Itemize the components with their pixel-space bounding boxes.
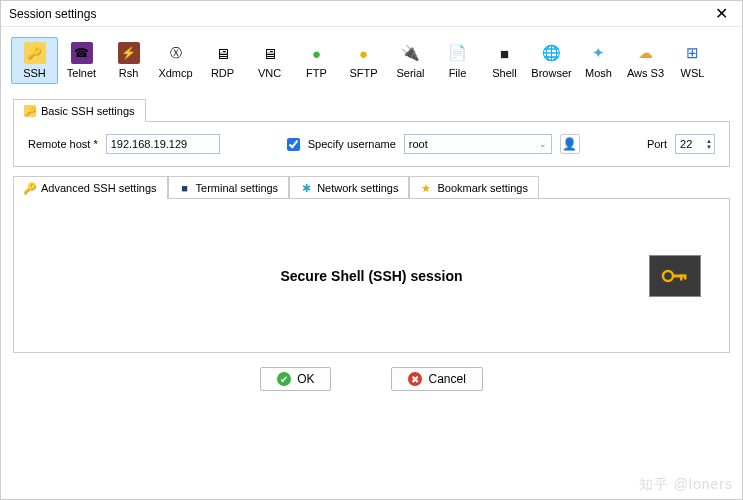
- protocol-aws-s3[interactable]: ☁Aws S3: [622, 37, 669, 84]
- ftp-icon: ●: [306, 42, 328, 64]
- detail-settings-group: 🔑Advanced SSH settings■Terminal settings…: [13, 175, 730, 353]
- svg-rect-2: [680, 274, 683, 280]
- titlebar: Session settings ✕: [1, 1, 742, 27]
- sftp-icon: ●: [353, 42, 375, 64]
- protocol-label: File: [449, 67, 467, 79]
- svg-rect-1: [672, 274, 686, 277]
- close-button[interactable]: ✕: [709, 4, 734, 24]
- username-value: root: [409, 138, 428, 150]
- port-spinner[interactable]: ▲▼: [706, 138, 714, 150]
- detail-tabstrip: 🔑Advanced SSH settings■Terminal settings…: [13, 175, 730, 198]
- serial-icon: 🔌: [400, 42, 422, 64]
- detail-content-pane: Secure Shell (SSH) session: [13, 198, 730, 353]
- subtab-label: Advanced SSH settings: [41, 182, 157, 194]
- key-icon: 🔑: [24, 105, 36, 117]
- protocol-label: Shell: [492, 67, 516, 79]
- remote-host-input[interactable]: [106, 134, 220, 154]
- rdp-icon: 🖥: [212, 42, 234, 64]
- xdmcp-icon: Ⓧ: [165, 42, 187, 64]
- ok-button[interactable]: ✔ OK: [260, 367, 331, 391]
- protocol-vnc[interactable]: 🖥VNC: [246, 37, 293, 84]
- file-icon: 📄: [447, 42, 469, 64]
- subtab-bookmark-settings[interactable]: ★Bookmark settings: [409, 176, 538, 199]
- protocol-ssh[interactable]: 🔑SSH: [11, 37, 58, 84]
- ssh-key-tile: [649, 255, 701, 297]
- protocol-xdmcp[interactable]: ⓍXdmcp: [152, 37, 199, 84]
- key-icon: 🔑: [24, 42, 46, 64]
- protocol-label: Rsh: [119, 67, 139, 79]
- chevron-down-icon: ⌄: [539, 139, 547, 149]
- specify-username-label: Specify username: [308, 138, 396, 150]
- telnet-icon: ☎: [71, 42, 93, 64]
- protocol-file[interactable]: 📄File: [434, 37, 481, 84]
- specify-username-checkbox[interactable]: [287, 138, 300, 151]
- mosh-icon: ✦: [588, 42, 610, 64]
- protocol-label: Aws S3: [627, 67, 664, 79]
- protocol-shell[interactable]: ■Shell: [481, 37, 528, 84]
- protocol-label: VNC: [258, 67, 281, 79]
- basic-tabstrip: 🔑 Basic SSH settings: [13, 98, 730, 121]
- vnc-icon: 🖥: [259, 42, 281, 64]
- window-title: Session settings: [9, 7, 96, 21]
- protocol-label: WSL: [681, 67, 705, 79]
- cancel-button[interactable]: ✖ Cancel: [391, 367, 482, 391]
- protocol-telnet[interactable]: ☎Telnet: [58, 37, 105, 84]
- svg-rect-3: [684, 274, 687, 279]
- subtab-label: Bookmark settings: [437, 182, 527, 194]
- aws-icon: ☁: [635, 42, 657, 64]
- x-icon: ✖: [408, 372, 422, 386]
- cancel-label: Cancel: [428, 372, 465, 386]
- subtab-terminal-settings[interactable]: ■Terminal settings: [168, 176, 290, 199]
- protocol-browser[interactable]: 🌐Browser: [528, 37, 575, 84]
- wsl-icon: ⊞: [682, 42, 704, 64]
- protocol-wsl[interactable]: ⊞WSL: [669, 37, 716, 84]
- basic-form-row: Remote host * Specify username root ⌄ 👤 …: [28, 134, 715, 154]
- star-icon: ★: [420, 182, 432, 194]
- svg-point-0: [663, 271, 673, 281]
- network-icon: ✱: [300, 182, 312, 194]
- subtab-advanced-ssh-settings[interactable]: 🔑Advanced SSH settings: [13, 176, 168, 199]
- protocol-mosh[interactable]: ✦Mosh: [575, 37, 622, 84]
- user-icon: 👤: [562, 137, 577, 151]
- protocol-toolbar: 🔑SSH☎Telnet⚡RshⓍXdmcp🖥RDP🖥VNC●FTP●SFTP🔌S…: [1, 27, 742, 90]
- browser-icon: 🌐: [541, 42, 563, 64]
- shell-icon: ■: [494, 42, 516, 64]
- subtab-network-settings[interactable]: ✱Network settings: [289, 176, 409, 199]
- key-icon: [660, 264, 690, 288]
- tab-label: Basic SSH settings: [41, 105, 135, 117]
- basic-settings-group: 🔑 Basic SSH settings Remote host * Speci…: [13, 98, 730, 167]
- protocol-label: Xdmcp: [158, 67, 192, 79]
- protocol-label: SFTP: [349, 67, 377, 79]
- protocol-label: Browser: [531, 67, 571, 79]
- username-combobox[interactable]: root ⌄: [404, 134, 552, 154]
- protocol-label: Serial: [396, 67, 424, 79]
- rsh-icon: ⚡: [118, 42, 140, 64]
- protocol-serial[interactable]: 🔌Serial: [387, 37, 434, 84]
- protocol-label: Telnet: [67, 67, 96, 79]
- basic-settings-pane: Remote host * Specify username root ⌄ 👤 …: [13, 121, 730, 167]
- terminal-icon: ■: [179, 182, 191, 194]
- port-spinbox[interactable]: ▲▼: [675, 134, 715, 154]
- subtab-label: Terminal settings: [196, 182, 279, 194]
- protocol-label: RDP: [211, 67, 234, 79]
- dialog-button-row: ✔ OK ✖ Cancel: [1, 367, 742, 401]
- session-settings-window: Session settings ✕ 🔑SSH☎Telnet⚡RshⓍXdmcp…: [0, 0, 743, 500]
- subtab-label: Network settings: [317, 182, 398, 194]
- port-input[interactable]: [676, 137, 706, 151]
- user-browse-button[interactable]: 👤: [560, 134, 580, 154]
- protocol-sftp[interactable]: ●SFTP: [340, 37, 387, 84]
- protocol-rdp[interactable]: 🖥RDP: [199, 37, 246, 84]
- port-label: Port: [647, 138, 667, 150]
- watermark-text: 知乎 @loners: [639, 476, 733, 494]
- protocol-label: SSH: [23, 67, 46, 79]
- protocol-ftp[interactable]: ●FTP: [293, 37, 340, 84]
- tab-basic-ssh[interactable]: 🔑 Basic SSH settings: [13, 99, 146, 122]
- protocol-label: Mosh: [585, 67, 612, 79]
- protocol-rsh[interactable]: ⚡Rsh: [105, 37, 152, 84]
- ok-label: OK: [297, 372, 314, 386]
- remote-host-label: Remote host *: [28, 138, 98, 150]
- check-icon: ✔: [277, 372, 291, 386]
- protocol-label: FTP: [306, 67, 327, 79]
- session-type-heading: Secure Shell (SSH) session: [280, 268, 462, 284]
- key-icon: 🔑: [24, 182, 36, 194]
